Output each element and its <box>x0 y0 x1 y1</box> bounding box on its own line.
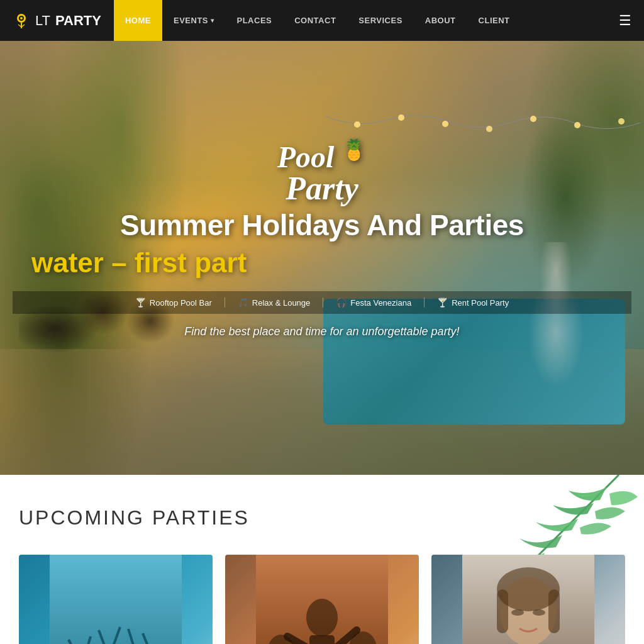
pool-party-heading: Pool 🍍 Party <box>277 140 367 205</box>
brand-icon <box>13 12 30 30</box>
venue-item-2: 🎵 Relax & Lounge <box>225 297 324 308</box>
nav-item-places[interactable]: PLACES <box>226 0 284 41</box>
venue-item-1: 🍸 Rooftop Pool Bar <box>123 297 225 308</box>
svg-rect-33 <box>548 589 560 633</box>
menu-icon: ☰ <box>619 13 631 29</box>
chevron-down-icon: ▾ <box>211 17 214 24</box>
nav-item-events[interactable]: EVENTS ▾ <box>162 0 226 41</box>
nav-item-services[interactable]: SERVICES <box>347 0 414 41</box>
navbar: LT PARTY HOME EVENTS ▾ PLACES CONTACT SE… <box>0 0 644 41</box>
svg-point-21 <box>306 599 338 636</box>
party-text: Party <box>286 170 358 206</box>
cocktail-icon-2: 🍸 <box>437 297 448 308</box>
nav-links: HOME EVENTS ▾ PLACES CONTACT SERVICES AB… <box>114 0 606 41</box>
headphone-icon: 🎧 <box>336 297 347 308</box>
nav-item-contact[interactable]: CONTACT <box>283 0 347 41</box>
brand-lt-text: LT <box>35 13 50 29</box>
upcoming-section: UPCOMING PARTIES <box>0 475 644 644</box>
venue-item-4: 🍸 Rent Pool Party <box>425 297 521 308</box>
venue-label-3: Festa Veneziana <box>350 298 411 308</box>
card-image-1 <box>19 555 213 644</box>
hero-content: Pool 🍍 Party Summer Holidays And Parties… <box>0 41 644 475</box>
venue-label-4: Rent Pool Party <box>452 298 509 308</box>
hero-subheadline: water – first part <box>13 247 247 279</box>
party-card-1[interactable] <box>19 555 213 644</box>
brand-party-text: PARTY <box>55 13 101 29</box>
hero-tagline: Find the best place and time for an unfo… <box>184 325 459 338</box>
svg-point-5 <box>20 17 23 19</box>
venue-list: 🍸 Rooftop Pool Bar 🎵 Relax & Lounge 🎧 Fe… <box>13 291 631 314</box>
hamburger-button[interactable]: ☰ <box>606 0 644 41</box>
hero-section: Pool 🍍 Party Summer Holidays And Parties… <box>0 41 644 475</box>
card-image-3 <box>431 555 625 644</box>
hero-headline: Summer Holidays And Parties <box>120 208 524 242</box>
party-card-2[interactable] <box>225 555 419 644</box>
cocktail-icon-1: 🍸 <box>135 297 146 308</box>
svg-rect-22 <box>309 635 335 644</box>
venue-label-2: Relax & Lounge <box>252 298 311 308</box>
music-icon: 🎵 <box>238 297 248 308</box>
pineapple-icon: 🍍 <box>341 138 367 161</box>
party-card-3[interactable] <box>431 555 625 644</box>
nav-item-home[interactable]: HOME <box>114 0 162 41</box>
party-cards <box>19 555 625 644</box>
svg-point-34 <box>511 609 524 616</box>
pool-text: Pool <box>277 140 335 174</box>
card-image-2 <box>225 555 419 644</box>
svg-rect-13 <box>50 555 182 644</box>
nav-item-client[interactable]: CLIENT <box>467 0 521 41</box>
venue-label-1: Rooftop Pool Bar <box>150 298 212 308</box>
nav-item-about[interactable]: ABOUT <box>414 0 467 41</box>
brand-logo[interactable]: LT PARTY <box>0 0 114 41</box>
svg-rect-32 <box>497 589 508 633</box>
svg-point-35 <box>533 609 545 616</box>
venue-item-3: 🎧 Festa Veneziana <box>323 297 425 308</box>
